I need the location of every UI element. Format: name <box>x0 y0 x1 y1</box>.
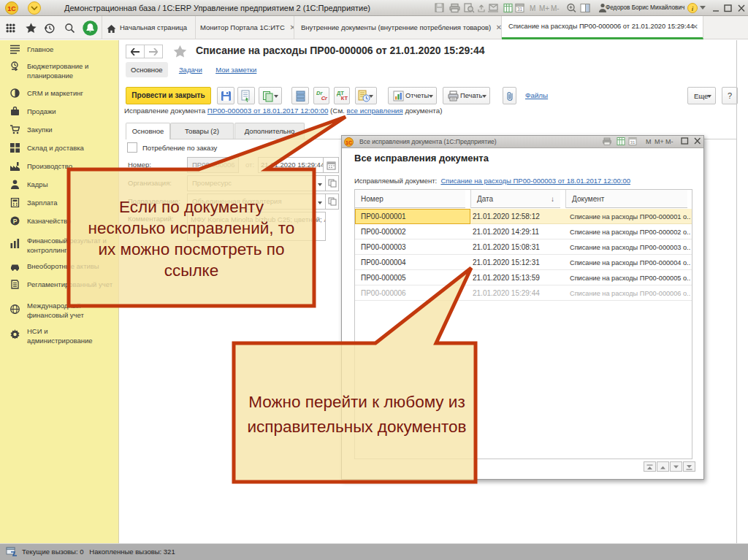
svg-text:M: M <box>646 138 652 145</box>
svg-text:M+: M+ <box>654 138 664 145</box>
svg-text:P: P <box>13 218 18 225</box>
svg-text:M+: M+ <box>539 4 549 12</box>
svg-text:M-: M- <box>551 4 560 12</box>
svg-text:1С: 1С <box>7 5 16 12</box>
svg-text:M: M <box>530 4 535 12</box>
svg-text:M-: M- <box>665 138 673 145</box>
svg-text:31: 31 <box>517 7 523 12</box>
svg-text:31: 31 <box>630 140 636 145</box>
